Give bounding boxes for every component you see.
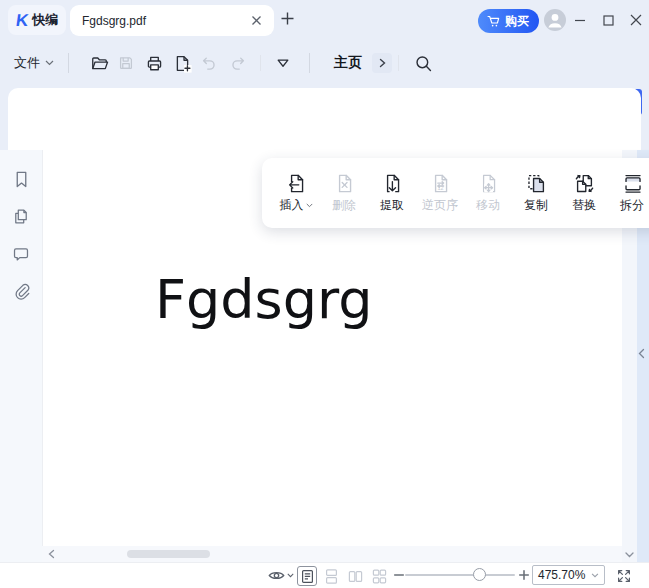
zoom-out-button[interactable] (393, 569, 405, 581)
ribbon-toolbar: 手型工具 选择 页面 变换 (8, 88, 641, 150)
fullscreen-icon[interactable] (616, 568, 632, 584)
continuous-view-button[interactable] (321, 566, 341, 586)
app-window: K 快编 Fgdsgrg.pdf 购买 (0, 0, 649, 588)
toolbar-options-icon[interactable] (273, 53, 293, 73)
insert-page-button[interactable]: 插入 (275, 172, 317, 214)
chevron-down-icon (45, 60, 54, 66)
zoom-slider[interactable] (405, 574, 515, 576)
zoom-in-button[interactable] (518, 569, 530, 581)
title-bar: K 快编 Fgdsgrg.pdf 购买 (0, 0, 649, 40)
view-mode-eye-button[interactable] (267, 567, 286, 584)
save-icon[interactable] (116, 53, 136, 73)
page-move-icon (477, 172, 500, 195)
delete-page-button[interactable]: 删除 (323, 172, 365, 214)
search-icon[interactable] (413, 53, 433, 73)
attachments-panel-icon[interactable] (12, 281, 31, 300)
new-tab-button[interactable] (280, 11, 295, 26)
minimize-button[interactable] (571, 12, 589, 28)
document-text[interactable]: Fgdsgrg (155, 268, 373, 331)
page-copy-icon (525, 172, 548, 195)
undo-icon[interactable] (199, 53, 219, 73)
page-replace-icon (573, 172, 596, 195)
zoom-level-value: 475.70% (538, 568, 591, 582)
close-button[interactable] (627, 12, 645, 28)
move-label: 移动 (476, 197, 500, 214)
copy-label: 复制 (524, 197, 548, 214)
buy-button-label: 购买 (505, 13, 529, 30)
replace-label: 替换 (572, 197, 596, 214)
move-page-button[interactable]: 移动 (467, 172, 509, 214)
svg-text:12: 12 (437, 185, 443, 191)
split-page-button[interactable]: 拆分 (611, 172, 649, 214)
chevron-down-icon[interactable] (287, 573, 294, 578)
reverse-order-label: 逆页序 (422, 197, 458, 214)
page-extract-icon (381, 172, 404, 195)
file-menu[interactable]: 文件 (14, 54, 54, 72)
document-tab-title: Fgdsgrg.pdf (82, 14, 251, 28)
page-insert-icon (285, 172, 308, 195)
chevron-down-icon (591, 573, 599, 578)
insert-label: 插入 (280, 197, 304, 214)
new-page-icon[interactable] (172, 53, 192, 73)
zoom-level-input[interactable]: 475.70% (532, 565, 605, 585)
cart-icon (486, 14, 501, 28)
two-page-view-button[interactable] (345, 566, 365, 586)
bookmark-icon[interactable] (12, 170, 31, 189)
user-avatar[interactable] (544, 9, 566, 31)
buy-button[interactable]: 购买 (478, 9, 539, 33)
redo-icon[interactable] (228, 53, 248, 73)
split-label: 拆分 (620, 197, 644, 214)
copy-page-button[interactable]: 复制 (515, 172, 557, 214)
zoom-slider-knob[interactable] (473, 568, 486, 581)
menu-bar: 文件 主页 (0, 40, 649, 86)
status-bar: 475.70% (0, 562, 649, 588)
chevron-down-icon (306, 203, 313, 208)
comments-panel-icon[interactable] (12, 244, 31, 263)
collapse-panel-icon[interactable] (638, 348, 645, 359)
divider (260, 55, 261, 71)
replace-page-button[interactable]: 替换 (563, 172, 605, 214)
maximize-button[interactable] (599, 12, 617, 28)
extract-page-button[interactable]: 提取 (371, 172, 413, 214)
page-split-icon (621, 172, 644, 195)
tab-home[interactable]: 主页 (334, 54, 362, 72)
delete-label: 删除 (332, 197, 356, 214)
page-delete-icon (333, 172, 356, 195)
divider (398, 55, 399, 71)
two-page-continuous-view-button[interactable] (369, 566, 389, 586)
single-page-view-button[interactable] (297, 566, 317, 586)
divider (309, 53, 310, 73)
horizontal-scroll-thumb[interactable] (127, 550, 210, 558)
app-logo-icon: K (15, 12, 30, 29)
horizontal-scrollbar[interactable] (42, 546, 622, 562)
scroll-down-icon[interactable] (625, 552, 634, 558)
reverse-order-button[interactable]: 12 逆页序 (419, 172, 461, 214)
document-tab[interactable]: Fgdsgrg.pdf (70, 5, 274, 36)
page-tools-panel: 插入 删除 提取 12 逆页序 移动 (262, 158, 649, 228)
pages-panel-icon[interactable] (12, 207, 31, 226)
app-name: 快编 (32, 11, 58, 29)
file-menu-label: 文件 (14, 54, 40, 72)
divider (68, 53, 69, 73)
app-logo[interactable]: K 快编 (8, 5, 66, 35)
left-sidebar (0, 150, 42, 562)
chevron-right-button[interactable] (372, 53, 392, 73)
page-reverse-icon: 12 (429, 172, 452, 195)
tab-close-icon[interactable] (251, 15, 262, 26)
extract-label: 提取 (380, 197, 404, 214)
print-icon[interactable] (144, 53, 164, 73)
scroll-left-icon[interactable] (48, 549, 55, 559)
open-file-icon[interactable] (89, 53, 109, 73)
